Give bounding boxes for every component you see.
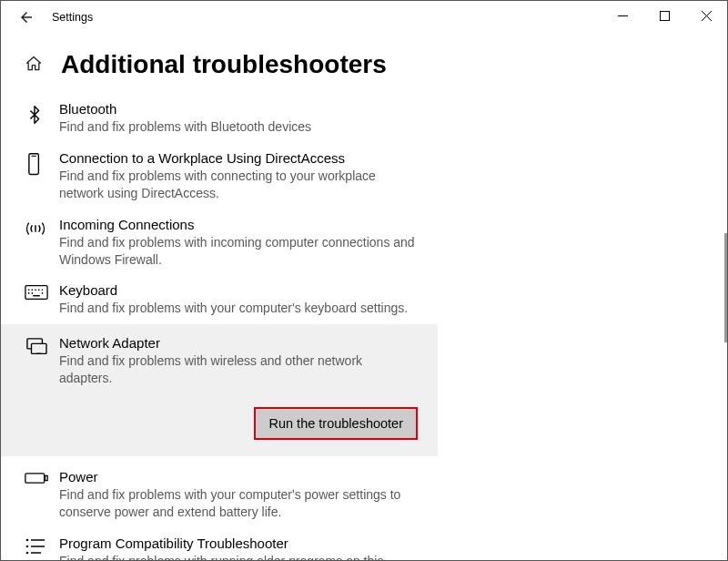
run-troubleshooter-button[interactable]: Run the troubleshooter <box>254 407 418 440</box>
svg-point-8 <box>28 290 30 291</box>
window-controls <box>602 1 727 30</box>
list-icon <box>25 536 59 561</box>
scrollbar[interactable] <box>724 233 727 342</box>
item-desc: Find and fix problems with your computer… <box>59 486 419 521</box>
item-title: Network Adapter <box>59 335 419 351</box>
item-title: Bluetooth <box>59 101 311 117</box>
run-button-row: Run the troubleshooter <box>1 402 438 456</box>
minimize-button[interactable] <box>602 1 643 30</box>
troubleshooter-list: Bluetooth Find and fix problems with Blu… <box>1 94 727 561</box>
svg-rect-20 <box>25 474 45 483</box>
svg-point-11 <box>38 290 40 291</box>
svg-point-22 <box>26 539 29 542</box>
svg-point-10 <box>35 290 36 291</box>
item-compat[interactable]: Program Compatibility Troubleshooter Fin… <box>1 528 727 561</box>
item-title: Incoming Connections <box>59 217 419 232</box>
svg-rect-21 <box>46 476 48 481</box>
back-arrow-icon[interactable] <box>17 8 35 26</box>
page-header: Additional troubleshooters <box>1 34 727 94</box>
item-title: Program Compatibility Troubleshooter <box>59 536 383 551</box>
home-icon[interactable] <box>25 55 45 75</box>
item-desc: Find and fix problems with your computer… <box>59 300 408 317</box>
close-button[interactable] <box>685 1 727 30</box>
item-keyboard[interactable]: Keyboard Find and fix problems with your… <box>1 275 727 324</box>
svg-point-13 <box>28 293 30 295</box>
svg-point-9 <box>32 290 34 291</box>
signal-icon <box>25 217 59 269</box>
page-title: Additional troubleshooters <box>61 50 387 79</box>
item-bluetooth[interactable]: Bluetooth Find and fix problems with Blu… <box>1 94 727 143</box>
svg-rect-7 <box>25 286 47 300</box>
bluetooth-icon <box>25 101 59 136</box>
item-desc: Find and fix problems with Bluetooth dev… <box>59 118 311 136</box>
svg-point-24 <box>26 546 29 548</box>
item-desc: Find and fix problems with connecting to… <box>59 168 419 202</box>
svg-point-26 <box>26 552 29 555</box>
item-title: Keyboard <box>59 282 408 298</box>
item-desc: Find and fix problems with wireless and … <box>59 352 419 387</box>
svg-point-14 <box>32 293 34 295</box>
item-title: Power <box>59 469 419 484</box>
svg-rect-18 <box>32 344 47 354</box>
item-directaccess[interactable]: Connection to a Workplace Using DirectAc… <box>1 143 727 209</box>
svg-point-15 <box>42 293 44 295</box>
battery-icon <box>25 469 59 521</box>
network-adapter-icon <box>25 335 59 387</box>
svg-rect-4 <box>29 154 39 175</box>
window-title: Settings <box>52 11 93 24</box>
item-incoming[interactable]: Incoming Connections Find and fix proble… <box>1 209 727 276</box>
phone-icon <box>25 150 59 202</box>
item-network-adapter[interactable]: Network Adapter Find and fix problems wi… <box>1 324 438 402</box>
svg-rect-1 <box>660 11 669 20</box>
item-desc: Find and fix problems with running older… <box>59 553 383 561</box>
keyboard-icon <box>25 282 59 317</box>
item-power[interactable]: Power Find and fix problems with your co… <box>1 462 727 528</box>
maximize-button[interactable] <box>643 1 685 30</box>
item-desc: Find and fix problems with incoming comp… <box>59 234 419 269</box>
svg-point-12 <box>42 290 44 291</box>
item-title: Connection to a Workplace Using DirectAc… <box>59 150 419 166</box>
